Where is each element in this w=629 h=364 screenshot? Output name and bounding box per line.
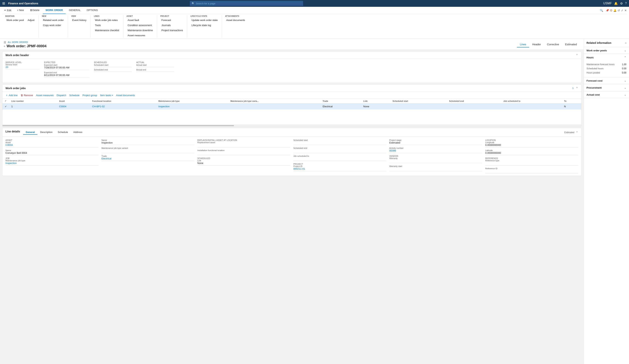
rp-forecast-cost-chevron[interactable] bbox=[624, 79, 626, 82]
project-group-button[interactable]: Project group bbox=[82, 94, 97, 97]
tab-schedule[interactable]: Schedule bbox=[55, 130, 70, 135]
row-maintenance-job-type[interactable]: Inspection bbox=[156, 104, 228, 110]
line-details-collapse-btn[interactable] bbox=[576, 131, 578, 134]
add-line-button[interactable]: ＋ Add line bbox=[5, 94, 17, 97]
scheduled-end-value[interactable] bbox=[94, 71, 132, 72]
tab-description[interactable]: Description bbox=[37, 130, 55, 135]
tab-new[interactable]: ＋ New bbox=[14, 7, 26, 14]
tab-lines[interactable]: Lines bbox=[517, 42, 529, 47]
col-trade[interactable]: Trade bbox=[320, 99, 361, 104]
actual-start-value[interactable] bbox=[136, 66, 174, 67]
ribbon-item-asset-documents[interactable]: Asset documents bbox=[225, 18, 246, 22]
col-to[interactable]: To bbox=[562, 99, 581, 104]
ribbon-item-job-notes[interactable]: Work order job notes bbox=[94, 18, 120, 22]
breadcrumb[interactable]: ALL WORK ORDERS bbox=[8, 41, 28, 43]
tab-work-order[interactable]: WORK ORDER bbox=[43, 7, 66, 14]
ribbon-item-event-history[interactable]: Event history bbox=[71, 18, 88, 22]
ribbon-search-icon[interactable]: 🔍 bbox=[599, 8, 604, 13]
expected-end-value[interactable]: 8/11/2019 07:00:00 AM bbox=[44, 74, 89, 77]
jobs-collapse-btn[interactable] bbox=[576, 87, 578, 90]
ribbon-item-forecast[interactable]: Forecast bbox=[160, 18, 184, 22]
ribbon-item-copy-work-order[interactable]: Copy work order bbox=[42, 23, 65, 27]
help-icon[interactable]: ? bbox=[625, 2, 627, 5]
search-input[interactable] bbox=[196, 2, 301, 5]
collapse-btn[interactable] bbox=[576, 53, 578, 57]
search-bar[interactable]: 🔍 bbox=[190, 1, 303, 6]
actual-end-value[interactable] bbox=[136, 71, 174, 72]
horizontal-scrollbar[interactable] bbox=[2, 125, 581, 126]
tab-general[interactable]: GENERAL bbox=[66, 7, 83, 14]
ribbon-item-condition-assessment[interactable]: Condition assessment bbox=[127, 23, 154, 27]
filter-icon2[interactable]: ≡ bbox=[4, 45, 5, 48]
rp-procurement-chevron[interactable] bbox=[624, 86, 626, 89]
dispatch-button[interactable]: Dispatch bbox=[57, 94, 66, 97]
gear-icon[interactable]: ⚙ bbox=[620, 2, 623, 5]
pin-icon[interactable]: 📌 bbox=[606, 9, 609, 12]
ribbon-item-tools[interactable]: Tools bbox=[94, 23, 120, 27]
ribbon-item-maintenance-checklist[interactable]: Maintenance checklist bbox=[94, 28, 120, 32]
close-icon[interactable]: ✕ bbox=[625, 9, 627, 12]
tab-address[interactable]: Address bbox=[71, 130, 85, 135]
ribbon-item-asset-fault[interactable]: Asset fault bbox=[127, 18, 154, 22]
edit-button[interactable]: ✏ Edit bbox=[2, 8, 13, 13]
col-line-number[interactable]: Line number bbox=[9, 99, 57, 104]
notifications-icon[interactable]: 🔔 bbox=[613, 9, 617, 12]
ribbon-item-asset-measures[interactable]: Asset measures bbox=[127, 33, 154, 38]
service-level-value[interactable]: 20 bbox=[5, 66, 39, 70]
tab-corrective[interactable]: Corrective bbox=[544, 42, 562, 47]
rp-hours-chevron[interactable] bbox=[624, 56, 626, 59]
remove-button[interactable]: 🗑 Remove bbox=[21, 94, 33, 97]
rp-section-actual-cost-header[interactable]: Actual cost bbox=[584, 91, 629, 98]
rp-pools-chevron[interactable] bbox=[624, 49, 626, 52]
ribbon-item-lifecycle-state-log[interactable]: Lifecycle state log bbox=[190, 23, 219, 27]
tab-estimated[interactable]: Estimated bbox=[562, 42, 580, 47]
filter-icon[interactable]: ☰ bbox=[4, 41, 6, 44]
detail-activity-value[interactable]: 00386 bbox=[389, 149, 482, 153]
col-scheduled-start[interactable]: Scheduled start bbox=[390, 99, 447, 104]
detail-trade-value[interactable]: Electrical bbox=[102, 157, 194, 161]
grid-icon[interactable]: ⊞ bbox=[2, 1, 5, 5]
ribbon-item-journals[interactable]: Journals bbox=[160, 23, 184, 27]
rp-section-procurement-header[interactable]: Procurement bbox=[584, 84, 629, 91]
ribbon-item-project-transactions[interactable]: Project transactions bbox=[160, 28, 184, 32]
col-link[interactable]: Link bbox=[361, 99, 390, 104]
table-row[interactable]: ✓ 1 C0004 CH-BP1-02 Inspection Electrica… bbox=[2, 104, 581, 110]
tab-options[interactable]: OPTIONS bbox=[84, 7, 101, 14]
tab-delete[interactable]: 🗑 Delete bbox=[27, 7, 42, 14]
ribbon-item-related-work-order[interactable]: Related work order bbox=[42, 18, 65, 22]
work-order-header-section-header[interactable]: Work order header bbox=[2, 52, 581, 59]
office-icon[interactable]: O bbox=[610, 9, 612, 12]
col-asset[interactable]: Asset bbox=[57, 99, 90, 104]
detail-project-id-value[interactable]: 000211-01 bbox=[293, 167, 386, 171]
schedule-button[interactable]: Schedule bbox=[69, 94, 79, 97]
rp-section-hours-header[interactable]: Hours bbox=[584, 54, 629, 61]
tab-general[interactable]: General bbox=[23, 130, 37, 135]
rp-actual-cost-chevron[interactable] bbox=[624, 93, 626, 96]
bell-icon[interactable]: 🔔 bbox=[614, 2, 618, 5]
ribbon-item-maintenance-downtime[interactable]: Maintenance downtime bbox=[127, 28, 154, 32]
detail-job-value[interactable]: Inspection bbox=[5, 162, 99, 165]
ribbon-item-adjust[interactable]: Adjust bbox=[26, 18, 35, 22]
item-tasks-button[interactable]: Item tasks bbox=[100, 94, 113, 97]
col-job-scheduled-to[interactable]: Job scheduled to bbox=[501, 99, 562, 104]
row-asset[interactable]: C0004 bbox=[57, 104, 90, 110]
scheduled-start-value[interactable] bbox=[94, 66, 132, 67]
col-functional-location[interactable]: Functional location bbox=[90, 99, 156, 104]
col-maintenance-job-type-variant[interactable]: Maintenance job type varia... bbox=[228, 99, 320, 104]
expected-start-value[interactable]: 7/28/2019 07:00:00 AM bbox=[44, 66, 89, 70]
expand-icon[interactable]: ⤢ bbox=[621, 9, 623, 12]
ribbon-item-work-order-pool[interactable]: Work order pool bbox=[5, 18, 25, 22]
detail-asset-value[interactable]: C0004 bbox=[5, 143, 99, 147]
asset-measures-button[interactable]: Asset measures bbox=[36, 94, 53, 97]
row-functional-location[interactable]: CH-BP1-02 bbox=[90, 104, 156, 110]
rp-section-forecast-cost-header[interactable]: Forecast cost bbox=[584, 77, 629, 84]
col-scheduled-end[interactable]: Scheduled end bbox=[447, 99, 501, 104]
ribbon-item-update-work-order-state[interactable]: Update work order state bbox=[190, 18, 219, 22]
right-panel-expand-icon[interactable] bbox=[626, 41, 626, 45]
asset-documents-button[interactable]: Asset documents bbox=[116, 94, 135, 97]
rp-section-pools-header[interactable]: Work order pools bbox=[584, 47, 629, 54]
col-maintenance-job-type[interactable]: Maintenance job type bbox=[156, 99, 228, 104]
refresh-icon[interactable]: ↺ bbox=[618, 9, 620, 12]
tab-header[interactable]: Header bbox=[529, 42, 544, 47]
scrollbar-thumb[interactable] bbox=[2, 125, 234, 126]
